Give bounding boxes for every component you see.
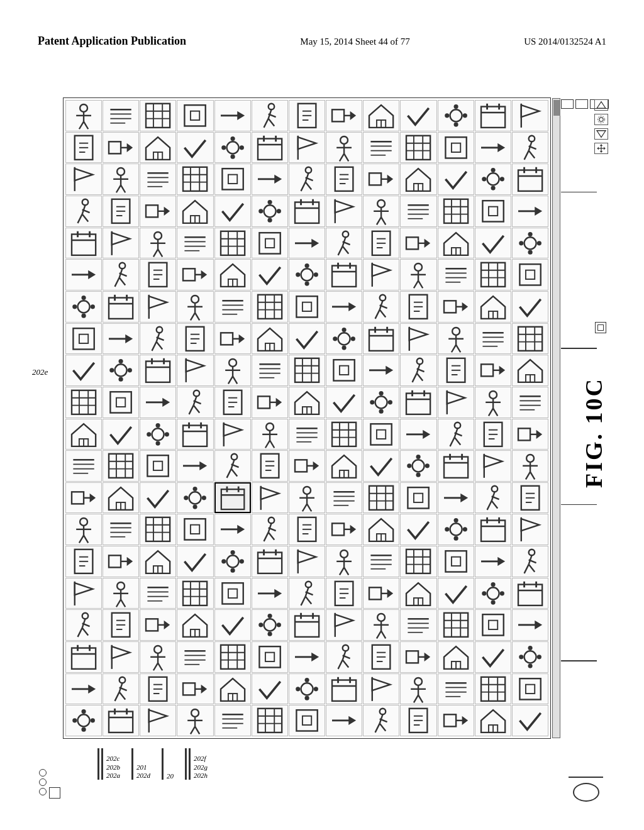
svg-rect-173 [489,207,497,216]
grid-cell-8-0 [65,355,102,386]
grid-cell-4-2 [140,228,176,259]
circle-1 [39,769,47,777]
svg-point-123 [487,174,499,185]
svg-rect-814 [332,680,356,700]
svg-point-240 [296,272,300,277]
svg-rect-651 [445,551,466,572]
svg-rect-559 [408,487,429,508]
grid-cell-0-3 [177,100,213,131]
grid-cell-1-2 [140,132,176,163]
svg-rect-581 [146,517,170,541]
grid-cell-15-3 [177,578,213,609]
svg-point-443 [152,428,164,440]
svg-line-384 [417,374,423,381]
grid-cell-17-4 [214,641,251,673]
page-container: Patent Application Publication May 15, 2… [0,0,644,830]
grid-cell-19-4 [214,705,251,736]
svg-rect-302 [444,301,456,313]
grid-cell-6-2 [140,291,176,323]
svg-point-497 [231,454,237,460]
svg-point-447 [165,432,169,436]
svg-point-699 [499,591,504,595]
svg-point-545 [303,487,311,494]
svg-marker-304 [462,302,468,311]
svg-point-132 [82,199,89,206]
svg-point-516 [425,463,430,468]
grid-cell-15-1 [103,578,139,609]
svg-rect-586 [185,519,206,540]
svg-line-161 [377,217,381,224]
grid-cell-11-5 [252,450,288,482]
grid-cell-10-6 [289,419,325,450]
svg-point-241 [314,272,318,277]
grid-cell-10-9 [400,419,436,450]
grid-cell-17-1 [103,641,139,673]
grid-cell-18-4 [214,673,251,705]
svg-rect-610 [481,521,505,541]
svg-rect-263 [526,270,535,279]
grid-cell-11-0 [65,450,102,482]
grid-cell-9-5 [252,387,288,418]
svg-line-296 [380,309,386,317]
grid-cell-8-10 [438,355,474,386]
svg-line-474 [450,437,454,446]
svg-point-538 [202,495,206,500]
svg-rect-196 [259,233,280,253]
grid-cell-1-6 [289,132,325,163]
grid-cell-18-12 [512,673,548,705]
grid-cell-4-0 [65,228,102,259]
grid-cell-19-11 [475,705,511,736]
svg-point-720 [267,614,272,618]
svg-point-837 [81,709,86,714]
svg-marker-404 [163,398,170,407]
figure-label: FIG. 10C [580,377,608,488]
grid-cell-8-7 [326,355,362,386]
svg-rect-835 [526,684,535,693]
label-group-1: 202c 202b 202a [97,742,120,780]
grid-cell-9-2 [140,387,176,418]
svg-marker-530 [90,493,96,502]
svg-point-754 [154,646,162,653]
svg-point-719 [264,619,275,631]
grid-cell-7-10 [438,323,474,355]
svg-marker-416 [275,398,282,407]
grid-cell-19-5 [252,705,288,736]
svg-rect-14 [185,105,206,126]
grid-cell-5-9 [400,259,436,290]
svg-marker-747 [535,621,542,629]
svg-point-704 [82,613,89,619]
svg-line-593 [268,533,274,540]
grid-cell-4-1 [103,228,139,259]
svg-point-630 [239,559,243,563]
svg-point-812 [296,687,300,691]
grid-cell-5-8 [363,259,399,290]
svg-point-605 [450,524,462,536]
svg-marker-221 [88,270,96,279]
svg-marker-362 [186,360,204,372]
grid-cell-8-5 [252,355,288,386]
checkbox-icon [595,322,606,333]
svg-line-499 [226,469,231,478]
grid-cell-10-4 [214,419,251,450]
svg-point-695 [487,587,499,599]
svg-point-865 [380,709,386,715]
svg-line-526 [526,472,530,480]
svg-marker-107 [274,175,282,184]
grid-cell-1-9 [400,132,436,163]
svg-point-535 [193,487,197,491]
svg-point-352 [115,364,127,376]
svg-point-627 [230,550,235,555]
svg-line-367 [233,377,237,384]
grid-cell-1-3 [177,132,213,163]
grid-cell-13-4 [214,514,251,545]
svg-line-279 [196,313,200,320]
svg-line-435 [493,408,497,416]
svg-rect-494 [153,462,162,470]
svg-point-730 [377,614,385,621]
grid-cell-12-12 [512,482,548,514]
svg-rect-862 [303,716,311,725]
svg-point-312 [157,326,163,333]
svg-line-434 [489,408,493,416]
grid-cell-1-0 [65,132,102,163]
svg-line-665 [116,599,121,607]
